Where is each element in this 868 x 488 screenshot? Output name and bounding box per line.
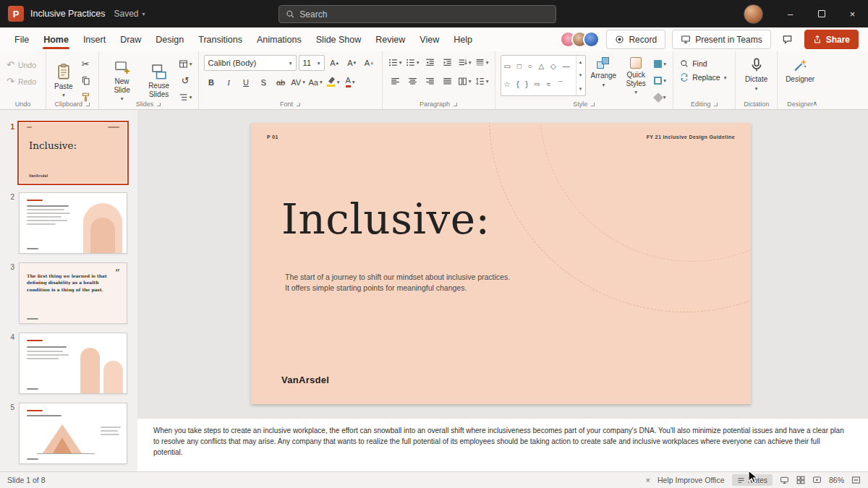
quick-styles-button[interactable]: Quick Styles ▾ <box>621 55 650 96</box>
slide-body-text[interactable]: The start of a journey to shift our mind… <box>285 272 510 294</box>
coauthor-avatar[interactable] <box>583 31 600 48</box>
undo-button[interactable]: ↶ Undo <box>7 59 39 70</box>
cut-button[interactable]: ✂ <box>78 56 93 72</box>
tab-transitions[interactable]: Transitions <box>191 27 250 51</box>
text-shadow-button[interactable]: S <box>256 74 271 90</box>
fit-slide-to-window-button[interactable] <box>851 476 861 484</box>
user-avatar[interactable] <box>744 4 763 24</box>
slides-dialog-launcher[interactable] <box>157 103 161 106</box>
bold-button[interactable]: B <box>204 74 219 90</box>
gallery-more-button[interactable]: ▼ <box>576 82 585 95</box>
style-dialog-launcher[interactable] <box>591 103 595 106</box>
paste-button[interactable]: Paste ▾ <box>51 61 76 99</box>
tab-view[interactable]: View <box>412 27 446 51</box>
record-button[interactable]: Record <box>606 30 665 49</box>
tab-file[interactable]: File <box>7 27 36 51</box>
slide-layout-button[interactable]: ▾ <box>178 56 193 72</box>
gallery-up-button[interactable]: ▲ <box>576 56 585 69</box>
slide-thumbnail-2[interactable]: 2 <box>6 192 137 254</box>
columns-button[interactable]: ▾ <box>457 74 472 89</box>
tab-insert[interactable]: Insert <box>76 27 113 51</box>
slide-canvas[interactable]: P 01 FY 21 Inclusive Design Guideline In… <box>251 123 751 404</box>
slideshow-view-button[interactable] <box>812 476 822 484</box>
slide-thumbnail-preview[interactable] <box>19 333 127 394</box>
slide-thumbnail-1[interactable]: 1 Inclusive: VanArsdel <box>6 122 137 184</box>
help-improve-office-link[interactable]: Help Improve Office <box>658 476 725 484</box>
character-spacing-button[interactable]: AV▾ <box>291 74 306 90</box>
maximize-button[interactable] <box>806 0 837 27</box>
font-dialog-launcher[interactable] <box>297 103 300 106</box>
slide-thumbnail-3[interactable]: 3 The first thing we learned is that def… <box>6 262 137 324</box>
save-status-dropdown[interactable]: Saved ▾ <box>114 9 145 19</box>
slide-sorter-view-button[interactable] <box>796 476 805 484</box>
slide-thumbnail-5[interactable]: 5 <box>6 403 137 464</box>
decrease-indent-button[interactable] <box>422 55 438 70</box>
italic-button[interactable]: I <box>221 74 237 90</box>
tab-review[interactable]: Review <box>368 27 412 51</box>
replace-button[interactable]: Replace ▾ <box>680 73 728 82</box>
tab-animations[interactable]: Animations <box>250 27 309 51</box>
align-right-button[interactable] <box>422 74 438 89</box>
find-button[interactable]: Find <box>680 59 728 68</box>
text-highlight-button[interactable]: ▾ <box>326 74 341 90</box>
font-color-button[interactable]: A▾ <box>343 74 358 90</box>
redo-button[interactable]: ↷ Redo <box>7 76 39 87</box>
dictate-button[interactable]: Dictate ▾ <box>741 55 772 92</box>
font-size-select[interactable]: 11 ▾ <box>299 55 325 71</box>
zoom-level[interactable]: 86% <box>829 476 844 484</box>
speaker-notes-text[interactable]: When you take steps to create an inclusi… <box>153 425 846 458</box>
tab-help[interactable]: Help <box>446 27 480 51</box>
text-direction-button[interactable]: ▾ <box>457 55 472 70</box>
gallery-down-button[interactable]: ▼ <box>576 69 585 82</box>
paragraph-dialog-launcher[interactable] <box>454 103 457 106</box>
notes-pane[interactable]: When you take steps to create an inclusi… <box>137 418 868 471</box>
increase-font-size-button[interactable]: A▴ <box>327 56 342 71</box>
present-in-teams-button[interactable]: Present in Teams <box>672 30 771 49</box>
slide-title[interactable]: Inclusive: <box>281 197 490 241</box>
slide-thumbnail-preview[interactable]: The first thing we learned is that defin… <box>19 262 127 324</box>
reset-slide-button[interactable]: ↺ <box>178 73 193 88</box>
notes-toggle-button[interactable]: Notes <box>732 474 773 486</box>
arrange-button[interactable]: Arrange ▾ <box>588 55 620 88</box>
comments-button[interactable] <box>778 30 798 49</box>
editing-dialog-launcher[interactable] <box>714 103 718 106</box>
numbering-button[interactable]: ▾ <box>405 55 420 70</box>
line-spacing-button[interactable]: ▾ <box>475 74 490 89</box>
share-button[interactable]: Share <box>804 30 859 49</box>
close-button[interactable]: × <box>837 0 868 27</box>
copy-button[interactable] <box>78 73 93 88</box>
align-left-button[interactable] <box>388 74 403 89</box>
tab-slide-show[interactable]: Slide Show <box>309 27 369 51</box>
align-text-button[interactable]: ▾ <box>475 55 490 70</box>
change-case-button[interactable]: Aa▾ <box>308 74 323 90</box>
search-box[interactable] <box>278 5 556 23</box>
dismiss-feedback-button[interactable]: × <box>646 476 650 484</box>
display-settings-button[interactable] <box>780 476 789 484</box>
slide-thumbnail-preview[interactable]: Inclusive: VanArsdel <box>19 122 127 184</box>
bullets-button[interactable]: ▾ <box>388 55 403 70</box>
clear-formatting-button[interactable]: A× <box>362 56 377 71</box>
justify-button[interactable] <box>440 74 455 89</box>
clipboard-dialog-launcher[interactable] <box>86 103 90 106</box>
align-center-button[interactable] <box>405 74 420 89</box>
underline-button[interactable]: U <box>239 74 254 90</box>
minimize-button[interactable]: – <box>775 0 806 27</box>
shape-outline-button[interactable]: ▾ <box>652 73 668 88</box>
shapes-gallery[interactable]: ▭ □ ○ △ ◇ — ☆ { } ⇨ ≈ ⌒ ▲ ▼ ▼ <box>501 55 586 96</box>
search-input[interactable] <box>299 9 549 20</box>
strikethrough-button[interactable]: ab <box>273 74 289 90</box>
slide-thumbnail-preview[interactable] <box>19 403 127 464</box>
tab-draw[interactable]: Draw <box>113 27 148 51</box>
tab-home[interactable]: Home <box>36 27 76 51</box>
designer-button[interactable]: Designer <box>783 55 817 84</box>
font-family-select[interactable]: Calibri (Body) ▾ <box>204 55 297 71</box>
decrease-font-size-button[interactable]: A▾ <box>344 56 359 71</box>
slide-thumbnail-4[interactable]: 4 <box>6 333 137 394</box>
slide-thumbnail-preview[interactable] <box>19 192 127 254</box>
new-slide-button[interactable]: New Slide ▾ <box>104 57 140 103</box>
collapse-ribbon-button[interactable]: ∧ <box>813 100 818 107</box>
increase-indent-button[interactable] <box>440 55 455 70</box>
tab-design[interactable]: Design <box>148 27 191 51</box>
shape-fill-button[interactable]: ▾ <box>652 56 668 72</box>
reuse-slides-button[interactable]: Reuse Slides <box>142 61 176 98</box>
